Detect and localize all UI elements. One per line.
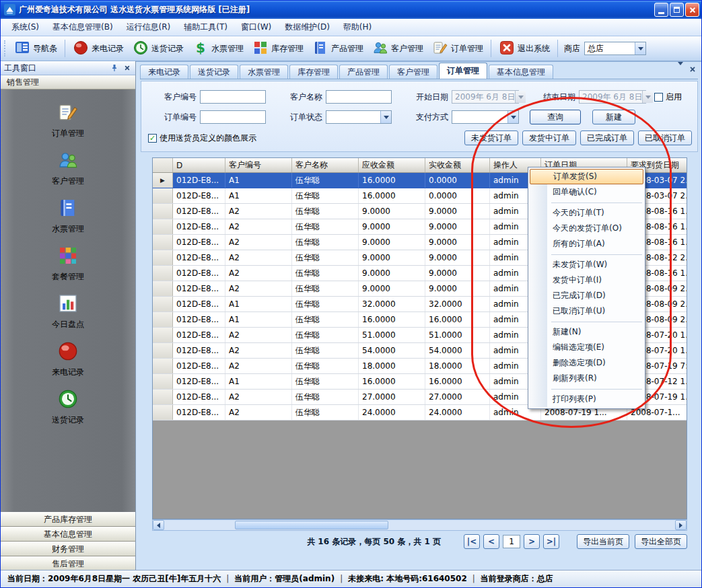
row-selector[interactable] — [153, 328, 173, 342]
tab[interactable]: 客户管理 — [389, 65, 437, 79]
sidebar-nav-button[interactable]: 产品库存管理 — [1, 512, 135, 527]
prev-page-button[interactable]: < — [483, 534, 499, 549]
row-selector[interactable] — [153, 390, 173, 404]
tab-list-dropdown-icon[interactable] — [678, 65, 683, 75]
toolbar-inventory-button[interactable]: 库存管理 — [248, 38, 308, 60]
context-menu-item[interactable]: 今天的订单(T) — [530, 205, 643, 221]
sidebar-nav-button[interactable]: 财务管理 — [1, 542, 135, 556]
maximize-button[interactable] — [670, 3, 684, 17]
menu-item[interactable]: 辅助工具(T) — [177, 19, 234, 36]
customer-name-input[interactable] — [326, 90, 392, 104]
sidebar-nav-button[interactable]: 基本信息管理 — [1, 527, 135, 542]
row-selector[interactable] — [153, 173, 173, 188]
toolbar-delivery-record-button[interactable]: 送货记录 — [129, 38, 188, 60]
first-page-button[interactable]: |< — [464, 534, 480, 549]
context-menu-item[interactable]: 发货中订单(I) — [530, 272, 643, 288]
start-date-picker[interactable]: 2009年 6月 8日 — [452, 90, 519, 104]
row-selector[interactable] — [153, 235, 173, 250]
context-menu-item[interactable]: 已完成订单(D) — [530, 288, 643, 303]
tab[interactable]: 水票管理 — [240, 65, 288, 79]
status-filter-button[interactable]: 未发货订单 — [464, 131, 518, 145]
chevron-down-icon[interactable] — [642, 91, 653, 103]
end-date-picker[interactable]: 2009年 6月 8日 — [579, 90, 646, 104]
color-display-checkbox[interactable]: 使用送货员定义的颜色展示 — [148, 133, 256, 144]
export-current-page-button[interactable]: 导出当前页 — [577, 534, 629, 549]
last-page-button[interactable]: >| — [543, 534, 559, 549]
row-selector[interactable] — [153, 204, 173, 219]
context-menu-item[interactable]: 订单发货(S) — [530, 169, 643, 184]
context-menu-item[interactable]: 所有的订单(A) — [530, 236, 643, 252]
row-selector[interactable] — [153, 266, 173, 281]
context-menu-item[interactable]: 删除选定项(D) — [530, 355, 643, 371]
row-selector[interactable] — [153, 297, 173, 311]
close-button[interactable] — [685, 3, 699, 17]
row-selector[interactable] — [153, 219, 173, 234]
scroll-right-button[interactable] — [675, 520, 687, 530]
column-header[interactable]: 客户编号 — [225, 158, 292, 172]
order-status-select[interactable] — [326, 110, 392, 124]
sidebar-nav-button[interactable]: 售后管理 — [1, 556, 135, 571]
export-all-pages-button[interactable]: 导出全部页 — [635, 534, 687, 549]
horizontal-scrollbar[interactable] — [152, 519, 687, 531]
toolbar-customer-button[interactable]: 客户管理 — [368, 38, 427, 60]
column-header[interactable]: 实收金额 — [425, 158, 490, 172]
context-menu-item[interactable]: 今天的发货订单(O) — [530, 221, 643, 236]
column-header[interactable]: 应收金额 — [359, 158, 425, 172]
menu-item[interactable]: 窗口(W) — [234, 19, 278, 36]
chevron-down-icon[interactable] — [507, 111, 518, 123]
minimize-button[interactable] — [654, 3, 668, 17]
store-select[interactable]: 总店 — [584, 42, 646, 55]
scroll-left-button[interactable] — [153, 520, 164, 530]
tab[interactable]: 订单管理 — [439, 63, 487, 79]
pin-icon[interactable] — [109, 63, 119, 73]
tab-close-icon[interactable] — [689, 65, 696, 75]
context-menu-item[interactable]: 未发货订单(W) — [530, 257, 643, 272]
menu-item[interactable]: 基本信息管理(B) — [46, 19, 120, 36]
status-filter-button[interactable]: 已完成订单 — [580, 131, 634, 145]
query-button[interactable]: 查询 — [530, 110, 581, 124]
toolbar-navbar-button[interactable]: 导航条 — [10, 38, 61, 60]
sidebar-item-delivery[interactable]: 送货记录 — [52, 388, 84, 426]
tab[interactable]: 基本信息管理 — [489, 65, 553, 79]
context-menu-item[interactable]: 新建(N) — [530, 324, 643, 340]
toolbar-order-button[interactable]: 订单管理 — [428, 38, 487, 60]
status-filter-button[interactable]: 发货中订单 — [522, 131, 576, 145]
new-button[interactable]: 新建 — [592, 110, 635, 124]
menu-item[interactable]: 帮助(H) — [337, 19, 378, 36]
context-menu-item[interactable] — [530, 319, 643, 324]
chevron-down-icon[interactable] — [515, 91, 526, 103]
sidebar-item-customer[interactable]: 客户管理 — [52, 149, 84, 187]
tool-window-close-icon[interactable] — [122, 63, 132, 73]
next-page-button[interactable]: > — [524, 534, 540, 549]
order-no-input[interactable] — [200, 110, 266, 124]
context-menu-item[interactable] — [530, 200, 643, 205]
pay-method-select[interactable] — [452, 110, 519, 124]
sidebar-item-order[interactable]: 订单管理 — [52, 102, 84, 139]
menu-item[interactable]: 系统(S) — [5, 19, 46, 36]
context-menu-item[interactable] — [530, 252, 643, 257]
context-menu-item[interactable]: 刷新列表(R) — [530, 371, 643, 386]
chevron-down-icon[interactable] — [380, 111, 391, 123]
context-menu-item[interactable]: 打印列表(P) — [530, 392, 643, 407]
tab[interactable]: 送货记录 — [190, 65, 238, 79]
tab[interactable]: 库存管理 — [289, 65, 338, 79]
toolbar-water-ticket-button[interactable]: $ 水票管理 — [188, 38, 248, 60]
sidebar-item-water-ticket[interactable]: 水票管理 — [52, 197, 84, 235]
toolbar-exit-button[interactable]: 退出系统 — [495, 38, 554, 60]
row-selector[interactable] — [153, 312, 173, 327]
context-menu-item[interactable]: 已取消订单(U) — [530, 303, 643, 319]
sidebar-item-daily-check[interactable]: 今日盘点 — [52, 293, 84, 330]
row-selector[interactable] — [153, 405, 173, 420]
enable-date-checkbox[interactable]: 启用 — [654, 91, 682, 103]
column-header[interactable]: 客户名称 — [292, 158, 359, 172]
row-selector[interactable] — [153, 374, 173, 389]
row-selector[interactable] — [153, 250, 173, 265]
toolbar-product-button[interactable]: 产品管理 — [308, 38, 367, 60]
chevron-down-icon[interactable] — [635, 42, 645, 54]
row-selector[interactable] — [153, 188, 173, 203]
scrollbar-thumb[interactable] — [235, 521, 388, 529]
customer-no-input[interactable] — [200, 90, 266, 104]
status-filter-button[interactable]: 已取消订单 — [638, 131, 692, 145]
context-menu-item[interactable]: 回单确认(C) — [530, 184, 643, 200]
sidebar-item-incoming-call[interactable]: 来电记录 — [52, 340, 84, 378]
